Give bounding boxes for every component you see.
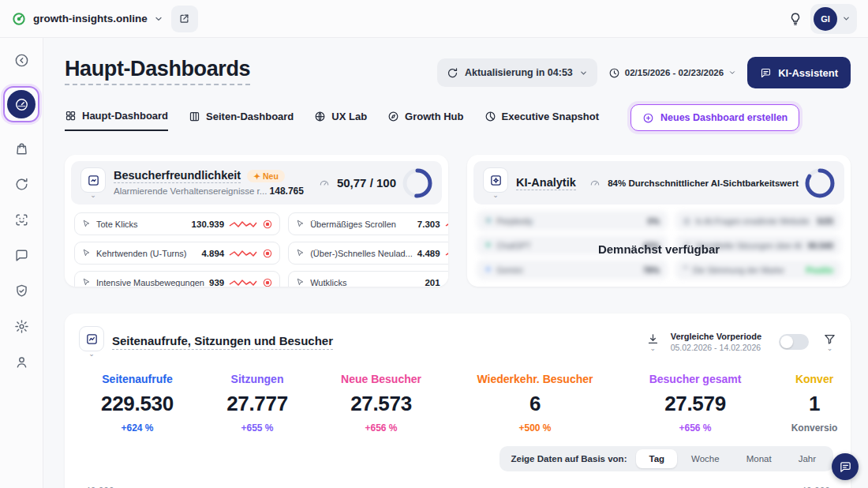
- cursor-icon: [295, 277, 305, 287]
- sidebar-item-dashboards[interactable]: [3, 86, 39, 122]
- cursor-icon: [81, 277, 92, 287]
- cursor-icon: [81, 248, 92, 258]
- cards-row: ⌄ Besucherfreundlichkeit ✦Neu Alarmieren…: [65, 155, 851, 287]
- tab-ux-lab[interactable]: UX Lab: [314, 111, 367, 130]
- date-range-selector[interactable]: 02/15/2026 - 02/23/2026: [608, 67, 736, 79]
- tab-label: Seiten-Dashboard: [206, 111, 294, 122]
- shield-check-icon: [14, 283, 29, 298]
- rotate-360-icon: [14, 177, 29, 192]
- metric-row-mausbewegungen[interactable]: Intensive Mausbewegungen 939: [74, 271, 280, 287]
- chart-icon: [79, 326, 104, 351]
- support-chat-button[interactable]: [832, 453, 859, 480]
- new-badge: ✦Neu: [247, 170, 285, 182]
- sparkline: [445, 220, 448, 229]
- traffic-card-menu[interactable]: ⌄: [79, 326, 104, 357]
- open-site-button[interactable]: [171, 6, 198, 32]
- export-button[interactable]: ⌄: [646, 332, 660, 351]
- chat-icon: [14, 248, 29, 263]
- sparkline: [229, 220, 257, 229]
- sidebar-item-settings[interactable]: [12, 317, 31, 336]
- collapse-icon: [14, 53, 29, 68]
- scan-face-icon: [14, 212, 29, 227]
- chevron-down-icon: ⌄: [827, 346, 833, 351]
- chevron-down-icon: ⌄: [649, 346, 656, 351]
- granularity-monat[interactable]: Monat: [734, 449, 784, 468]
- chevron-down-icon: [579, 69, 588, 77]
- tab-haupt-dashboard[interactable]: Haupt-Dashboard: [65, 110, 168, 131]
- ai-score-label: Durchschnittlicher AI-Sichtbarkeitswert: [628, 178, 799, 188]
- topbar: growth-insights.online: [0, 0, 868, 38]
- sidebar-item-replays[interactable]: [12, 175, 31, 193]
- tab-seiten-dashboard[interactable]: Seiten-Dashboard: [189, 111, 294, 130]
- site-logo-icon: [11, 11, 27, 27]
- metric-row-kehrtwenden[interactable]: Kehrtwenden (U-Turns) 4.894: [74, 242, 280, 265]
- tab-label: UX Lab: [331, 111, 367, 122]
- ai-card-body: ✳ Perplexity 0% ◍ In AI-Fragen erwähnte …: [467, 211, 851, 287]
- metric-row-wutklicks[interactable]: Wutklicks 201: [288, 271, 448, 287]
- visitor-score-ring: [402, 168, 432, 198]
- chevron-down-icon: ⌄: [90, 193, 96, 198]
- pie-icon: [485, 111, 496, 122]
- sparkline: [445, 249, 448, 258]
- ai-assistant-button[interactable]: KI-Assistent: [747, 57, 851, 88]
- columns-icon: [189, 111, 200, 122]
- sparkle-icon: ✦: [253, 171, 260, 181]
- metric-konversion[interactable]: Konver 1 Konversio: [778, 373, 851, 434]
- metric-row-uebermaessiges-scrollen[interactable]: Übermäßiges Scrollen 7.303: [288, 212, 448, 235]
- site-name: growth-insights.online: [33, 13, 148, 24]
- lightbulb-icon: [788, 12, 803, 26]
- sidebar-item-tracking[interactable]: [12, 210, 31, 229]
- metric-neue-besucher[interactable]: Neue Besucher 27.573 +656 %: [305, 373, 458, 434]
- chat-icon: [760, 67, 772, 79]
- record-icon: [262, 248, 273, 259]
- sparkline: [445, 278, 448, 287]
- chevron-down-icon: ⌄: [492, 193, 499, 198]
- metric-wiederkehrende-besucher[interactable]: Wiederkehr. Besucher 6 +500 %: [458, 373, 612, 434]
- external-link-icon: [178, 13, 190, 24]
- tab-growth-hub[interactable]: Growth Hub: [387, 111, 463, 130]
- site-selector[interactable]: growth-insights.online: [11, 11, 163, 27]
- sidebar: [0, 38, 43, 488]
- compare-toggle[interactable]: [779, 334, 809, 350]
- account-menu[interactable]: GI: [810, 4, 857, 34]
- tab-executive-snapshot[interactable]: Executive Snapshot: [485, 111, 600, 130]
- granularity-jahr[interactable]: Jahr: [786, 449, 829, 468]
- metric-seitenaufrufe[interactable]: Seitenaufrufe 229.530 +624 %: [65, 373, 210, 434]
- funnel-icon: [823, 332, 836, 346]
- visitor-card-title: Besucherfreundlichkeit: [114, 169, 241, 183]
- shopping-bag-icon: [14, 141, 29, 156]
- globe-icon: [314, 111, 326, 122]
- visitor-card-menu[interactable]: ⌄: [80, 167, 106, 198]
- cursor-icon: [295, 219, 305, 229]
- ai-score-ring: [805, 168, 835, 198]
- sidebar-item-profile[interactable]: [12, 352, 31, 371]
- metric-row-tote-klicks[interactable]: Tote Klicks 130.939: [74, 212, 280, 235]
- dashboard-icon: [65, 110, 77, 122]
- sparkles-icon: [483, 167, 508, 193]
- dashboard-tabs: Haupt-Dashboard Seiten-Dashboard UX Lab …: [65, 104, 851, 136]
- chevron-down-icon: [842, 14, 851, 23]
- main-content: Haupt-Dashboards Aktualisierung in 04:53: [43, 38, 868, 488]
- dashboard-icon: [7, 90, 36, 118]
- refresh-countdown-button[interactable]: Aktualisierung in 04:53: [437, 58, 597, 87]
- ai-card-menu[interactable]: ⌄: [483, 167, 508, 198]
- page: growth-insights.online: [0, 0, 868, 488]
- metric-besucher-gesamt[interactable]: Besucher gesamt 27.579 +656 %: [612, 373, 778, 434]
- download-icon: [646, 332, 660, 346]
- visitor-card-header: ⌄ Besucherfreundlichkeit ✦Neu Alarmieren…: [71, 161, 442, 205]
- record-icon: [262, 277, 273, 287]
- granularity-woche[interactable]: Woche: [679, 449, 732, 468]
- sidebar-item-security[interactable]: [12, 281, 31, 300]
- sidebar-item-ecommerce[interactable]: [12, 139, 31, 158]
- idea-button[interactable]: [788, 12, 803, 26]
- create-dashboard-button[interactable]: Neues Dashboard erstellen: [630, 104, 799, 131]
- sidebar-item-feedback[interactable]: [12, 246, 31, 265]
- behavior-icon: [80, 167, 106, 193]
- traffic-metrics: Seitenaufrufe 229.530 +624 % Sitzungen 2…: [65, 373, 851, 434]
- collapse-sidebar-button[interactable]: [12, 51, 31, 69]
- filter-button[interactable]: ⌄: [823, 332, 836, 351]
- metric-row-schnelles-neuladen[interactable]: (Über-)Schnelles Neulad... 4.489: [288, 242, 448, 265]
- granularity-tag[interactable]: Tag: [636, 449, 677, 468]
- granularity-label: Zeige Daten auf Basis von:: [511, 454, 627, 464]
- metric-sitzungen[interactable]: Sitzungen 27.777 +655 %: [210, 373, 305, 434]
